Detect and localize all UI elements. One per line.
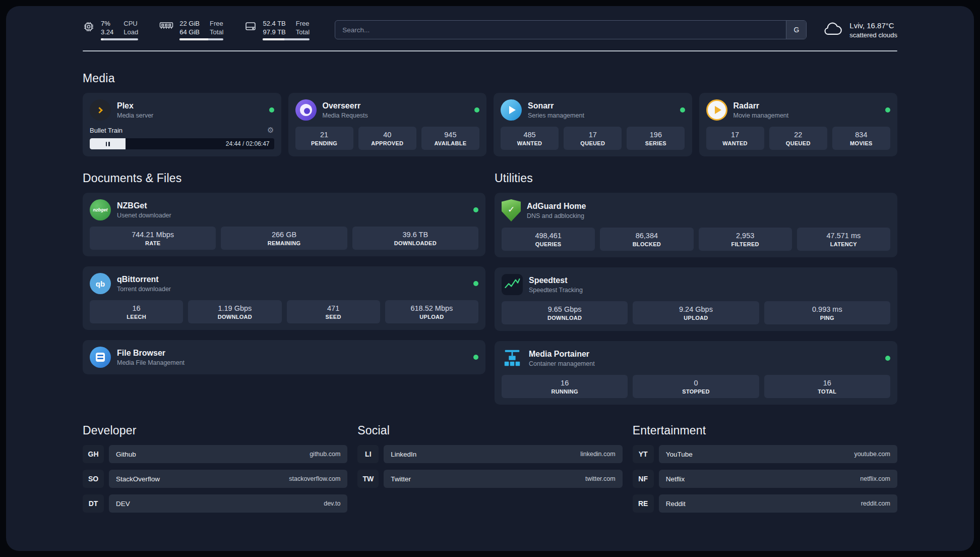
adguard-shield-icon: ✓	[502, 199, 521, 221]
qbittorrent-card[interactable]: qb qBittorrent Torrent downloader 16 LEE…	[83, 266, 485, 330]
plex-progress-bar[interactable]: 24:44 / 02:06:47	[90, 138, 274, 149]
overseerr-card[interactable]: Overseerr Media Requests 21 PENDING 40 A…	[288, 93, 487, 156]
disk-usage-bar	[263, 38, 310, 40]
memory-total: 64 GiB	[179, 28, 200, 36]
topbar-divider	[83, 50, 897, 51]
disk-free: 52.4 TB	[263, 19, 285, 28]
dev-icon[interactable]: DT	[83, 494, 104, 513]
status-dot	[680, 107, 685, 113]
overseerr-subtitle: Media Requests	[323, 112, 368, 119]
youtube-link[interactable]: YouTube youtube.com	[659, 445, 897, 463]
media-section-heading: Media	[83, 72, 897, 85]
youtube-icon[interactable]: YT	[633, 445, 654, 463]
sonarr-icon	[501, 99, 522, 121]
weather-location: Lviv, 16.87°C	[849, 21, 897, 30]
cpu-widget: 7% 3.24 CPU Load	[83, 19, 138, 40]
plex-progress-fill	[90, 138, 126, 149]
stat-tile: 9.24 Gbps UPLOAD	[633, 301, 759, 324]
weather-widget: Lviv, 16.87°C scattered clouds	[823, 21, 897, 39]
stat-tile: 498,461 QUERIES	[502, 228, 595, 251]
stackoverflow-link[interactable]: StackOverflow stackoverflow.com	[109, 470, 347, 488]
github-link[interactable]: Github github.com	[109, 445, 347, 463]
qbittorrent-title: qBittorrent	[117, 275, 171, 284]
stat-tile: 2,953 FILTERED	[699, 228, 792, 251]
entertainment-links-column: Entertainment YT YouTube youtube.com NF …	[633, 424, 897, 513]
top-bar: 7% 3.24 CPU Load	[83, 19, 897, 40]
adguard-title: AdGuard Home	[527, 202, 586, 211]
speedtest-card[interactable]: Speedtest Speedtest Tracking 9.65 Gbps D…	[495, 267, 897, 331]
sonarr-title: Sonarr	[528, 101, 584, 110]
stat-tile: 196 SERIES	[627, 127, 685, 150]
entertainment-section-heading: Entertainment	[633, 424, 897, 437]
disk-icon	[244, 19, 257, 34]
nzbget-icon: nzbget	[90, 199, 111, 220]
stat-tile: 0.993 ms PING	[764, 301, 890, 324]
twitter-icon[interactable]: TW	[357, 470, 379, 488]
sonarr-card[interactable]: Sonarr Series management 485 WANTED 17 Q…	[494, 93, 692, 156]
status-dot	[885, 107, 890, 113]
twitter-link[interactable]: Twitter twitter.com	[384, 470, 622, 488]
stat-tile: 40 APPROVED	[358, 127, 416, 150]
utilities-section-heading: Utilities	[495, 172, 897, 185]
documents-section-heading: Documents & Files	[83, 172, 485, 185]
status-dot	[269, 107, 274, 113]
reddit-link[interactable]: Reddit reddit.com	[659, 494, 897, 513]
plex-subtitle: Media server	[117, 112, 153, 119]
link-row-netflix: NF Netflix netflix.com	[633, 470, 897, 488]
link-row-linkedin: LI LinkedIn linkedin.com	[357, 445, 622, 463]
search-input[interactable]	[335, 20, 807, 39]
filebrowser-icon	[90, 347, 111, 368]
portainer-card[interactable]: Media Portainer Container management 16 …	[495, 341, 897, 405]
cpu-load-label: Load	[124, 28, 138, 36]
stat-tile: 22 QUEUED	[769, 127, 827, 150]
memory-usage-bar	[179, 38, 223, 40]
filebrowser-card[interactable]: File Browser Media File Management	[83, 340, 485, 374]
memory-free-label: Free	[210, 19, 223, 28]
developer-links-column: Developer GH Github github.com SO StackO…	[83, 424, 347, 513]
cpu-percent: 7%	[101, 19, 113, 28]
disk-total-label: Total	[296, 28, 310, 36]
link-row-reddit: RE Reddit reddit.com	[633, 494, 897, 513]
search-engine-button[interactable]: G	[786, 21, 806, 39]
linkedin-link[interactable]: LinkedIn linkedin.com	[384, 445, 622, 463]
portainer-title: Media Portainer	[529, 350, 595, 359]
github-icon[interactable]: GH	[83, 445, 104, 463]
social-section-heading: Social	[357, 424, 622, 437]
dev-link[interactable]: DEV dev.to	[109, 494, 347, 513]
plex-now-playing: Bullet Train	[90, 127, 122, 134]
stat-tile: 0 STOPPED	[633, 375, 759, 398]
radarr-card[interactable]: Radarr Movie management 17 WANTED 22 QUE…	[699, 93, 898, 156]
filebrowser-title: File Browser	[117, 349, 185, 358]
reddit-icon[interactable]: RE	[633, 494, 654, 513]
stat-tile: 266 GB REMAINING	[221, 227, 347, 250]
memory-widget: 22 GiB 64 GiB Free Total	[159, 19, 223, 40]
memory-icon	[159, 19, 173, 33]
cpu-label: CPU	[124, 19, 138, 28]
documents-column: Documents & Files nzbget NZBGet Usenet d…	[83, 172, 485, 405]
speedtest-icon	[502, 274, 523, 295]
dashboard: 7% 3.24 CPU Load	[6, 6, 974, 551]
plex-card[interactable]: Plex Media server Bullet Train ⚙ 24:44 /…	[83, 93, 281, 156]
pause-icon[interactable]	[106, 142, 107, 146]
netflix-link[interactable]: Netflix netflix.com	[659, 470, 897, 488]
linkedin-icon[interactable]: LI	[357, 445, 379, 463]
cloud-icon	[823, 22, 843, 38]
cpu-icon	[83, 19, 95, 35]
stat-tile: 945 AVAILABLE	[421, 127, 479, 150]
speedtest-title: Speedtest	[529, 276, 583, 285]
plex-time: 24:44 / 02:06:47	[226, 138, 270, 149]
adguard-card[interactable]: ✓ AdGuard Home DNS and adblocking 498,46…	[495, 193, 897, 257]
stat-tile: 471 SEED	[287, 300, 380, 323]
stat-tile: 1.19 Gbps DOWNLOAD	[188, 300, 281, 323]
cpu-load: 3.24	[101, 28, 113, 36]
stackoverflow-icon[interactable]: SO	[83, 470, 104, 488]
nzbget-card[interactable]: nzbget NZBGet Usenet downloader 744.21 M…	[83, 193, 485, 256]
search-bar: G	[335, 20, 807, 39]
disk-free-label: Free	[296, 19, 310, 28]
nzbget-title: NZBGet	[117, 201, 171, 210]
sonarr-subtitle: Series management	[528, 112, 584, 119]
portainer-crane-icon	[502, 348, 523, 369]
gear-icon[interactable]: ⚙	[267, 126, 274, 135]
stat-tile: 16 TOTAL	[764, 375, 890, 398]
netflix-icon[interactable]: NF	[633, 470, 654, 488]
